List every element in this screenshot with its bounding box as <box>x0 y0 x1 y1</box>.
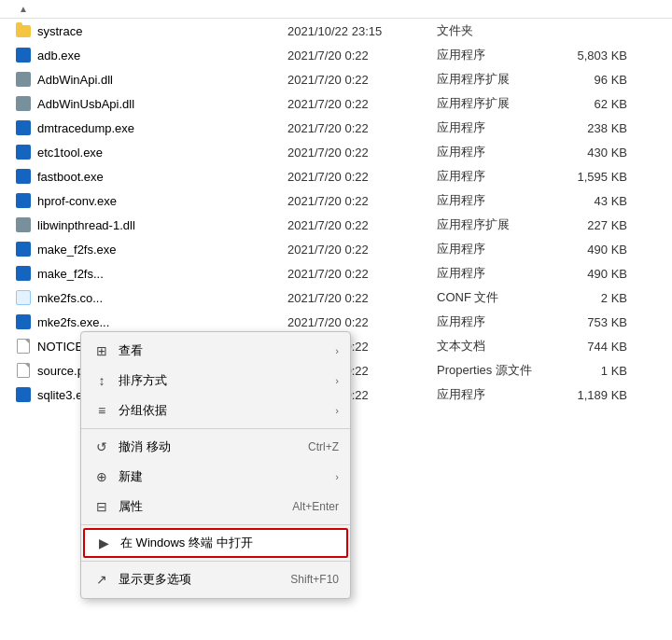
file-size: 238 KB <box>549 121 642 135</box>
file-size: 5,803 KB <box>549 49 642 63</box>
file-date: 2021/7/20 0:22 <box>287 291 437 305</box>
menu-shortcut: Shift+F10 <box>290 573 339 586</box>
file-row[interactable]: libwinpthread-1.dll 2021/7/20 0:22 应用程序扩… <box>0 213 672 237</box>
file-name: make_f2fs.exe <box>37 243 287 257</box>
file-name: adb.exe <box>37 49 287 63</box>
file-size: 490 KB <box>549 243 642 257</box>
file-name: libwinpthread-1.dll <box>37 218 287 232</box>
file-date: 2021/7/20 0:22 <box>287 267 437 281</box>
file-type: 应用程序 <box>437 119 549 136</box>
header-type[interactable] <box>435 4 547 14</box>
submenu-arrow-icon: › <box>335 345 339 356</box>
file-date: 2021/7/20 0:22 <box>287 73 437 87</box>
file-icon <box>17 363 30 378</box>
sort-icon: ↕ <box>92 371 111 390</box>
menu-item-label: 撤消 移动 <box>119 438 308 455</box>
file-size: 490 KB <box>549 267 642 281</box>
file-type: 应用程序 <box>437 241 549 257</box>
file-type: 文本文档 <box>437 338 549 355</box>
header-name[interactable]: ▲ <box>15 4 286 14</box>
file-icon-wrapper <box>15 47 32 63</box>
file-name: dmtracedump.exe <box>37 121 287 135</box>
more-icon: ↗ <box>92 570 111 589</box>
file-icon-wrapper <box>15 95 32 112</box>
file-name: mke2fs.co... <box>37 291 287 305</box>
file-date: 2021/7/20 0:22 <box>287 121 437 135</box>
menu-item-sort[interactable]: ↕ 排序方式 › <box>81 366 350 396</box>
file-size: 1,595 KB <box>549 170 642 184</box>
menu-divider <box>81 428 350 429</box>
file-type: 应用程序扩展 <box>437 95 549 112</box>
dll-icon <box>16 96 31 111</box>
header-size[interactable] <box>547 4 640 14</box>
file-date: 2021/7/20 0:22 <box>287 194 437 208</box>
menu-item-label: 排序方式 <box>119 372 335 389</box>
file-date: 2021/7/20 0:22 <box>287 97 437 111</box>
file-icon-wrapper <box>15 313 32 330</box>
file-icon-wrapper <box>15 22 32 39</box>
file-name: systrace <box>37 24 287 38</box>
sort-arrow-icon: ▲ <box>19 4 28 14</box>
plus-icon: ⊕ <box>92 467 111 486</box>
menu-item-label: 分组依据 <box>119 402 335 419</box>
file-date: 2021/7/20 0:22 <box>287 146 437 160</box>
file-size: 62 KB <box>549 97 642 111</box>
file-name: hprof-conv.exe <box>37 194 287 208</box>
file-icon-wrapper <box>15 265 32 282</box>
file-list-header: ▲ <box>0 0 672 19</box>
undo-icon: ↺ <box>92 438 111 456</box>
file-icon-wrapper <box>15 119 32 136</box>
file-size: 43 KB <box>549 194 642 208</box>
file-type: 应用程序 <box>437 265 549 282</box>
file-type: 文件夹 <box>437 22 549 39</box>
file-row[interactable]: AdbWinUsbApi.dll 2021/7/20 0:22 应用程序扩展 6… <box>0 91 672 116</box>
group-icon: ≡ <box>92 401 111 420</box>
file-type: 应用程序扩展 <box>437 216 549 233</box>
menu-item-new[interactable]: ⊕ 新建 › <box>81 462 350 492</box>
file-row[interactable]: dmtracedump.exe 2021/7/20 0:22 应用程序 238 … <box>0 116 672 140</box>
file-row[interactable]: hprof-conv.exe 2021/7/20 0:22 应用程序 43 KB <box>0 188 672 213</box>
file-row[interactable]: mke2fs.co... 2021/7/20 0:22 CONF 文件 2 KB <box>0 285 672 310</box>
menu-item-open-terminal[interactable]: ▶ 在 Windows 终端 中打开 <box>83 528 348 558</box>
menu-item-undo[interactable]: ↺ 撤消 移动 Ctrl+Z <box>81 432 350 462</box>
file-icon-wrapper <box>15 289 32 306</box>
file-icon-wrapper <box>15 338 32 355</box>
file-type: Properties 源文件 <box>437 362 549 379</box>
menu-item-group[interactable]: ≡ 分组依据 › <box>81 396 350 425</box>
file-type: CONF 文件 <box>437 289 549 306</box>
file-icon-wrapper <box>15 241 32 257</box>
file-row[interactable]: make_f2fs.exe 2021/7/20 0:22 应用程序 490 KB <box>0 237 672 261</box>
file-icon-wrapper <box>15 168 32 185</box>
file-date: 2021/7/20 0:22 <box>287 218 437 232</box>
menu-divider <box>81 561 350 562</box>
menu-item-more-options[interactable]: ↗ 显示更多选项 Shift+F10 <box>81 564 350 594</box>
props-icon: ⊟ <box>92 497 111 516</box>
file-icon-wrapper <box>15 144 32 160</box>
file-icon-wrapper <box>15 362 32 379</box>
file-row[interactable]: AdbWinApi.dll 2021/7/20 0:22 应用程序扩展 96 K… <box>0 67 672 91</box>
file-row[interactable]: adb.exe 2021/7/20 0:22 应用程序 5,803 KB <box>0 43 672 67</box>
menu-shortcut: Alt+Enter <box>292 500 339 513</box>
exe-icon <box>16 120 31 135</box>
file-row[interactable]: etc1tool.exe 2021/7/20 0:22 应用程序 430 KB <box>0 140 672 164</box>
exe-icon <box>16 145 31 160</box>
file-size: 753 KB <box>549 315 642 329</box>
file-name: etc1tool.exe <box>37 146 287 160</box>
file-size: 1,189 KB <box>549 388 642 402</box>
file-date: 2021/7/20 0:22 <box>287 243 437 257</box>
exe-icon <box>16 193 31 208</box>
menu-item-label: 查看 <box>119 342 335 359</box>
menu-divider <box>81 524 350 525</box>
file-row[interactable]: systrace 2021/10/22 23:15 文件夹 <box>0 19 672 43</box>
exe-icon <box>16 169 31 184</box>
menu-item-view[interactable]: ⊞ 查看 › <box>81 336 350 366</box>
file-size: 430 KB <box>549 146 642 160</box>
file-type: 应用程序扩展 <box>437 71 549 88</box>
file-row[interactable]: make_f2fs... 2021/7/20 0:22 应用程序 490 KB <box>0 261 672 285</box>
file-icon-wrapper <box>15 216 32 233</box>
header-date[interactable] <box>286 4 435 14</box>
menu-item-properties[interactable]: ⊟ 属性 Alt+Enter <box>81 492 350 522</box>
menu-item-label: 属性 <box>119 498 292 515</box>
file-size: 96 KB <box>549 73 642 87</box>
file-row[interactable]: fastboot.exe 2021/7/20 0:22 应用程序 1,595 K… <box>0 164 672 188</box>
